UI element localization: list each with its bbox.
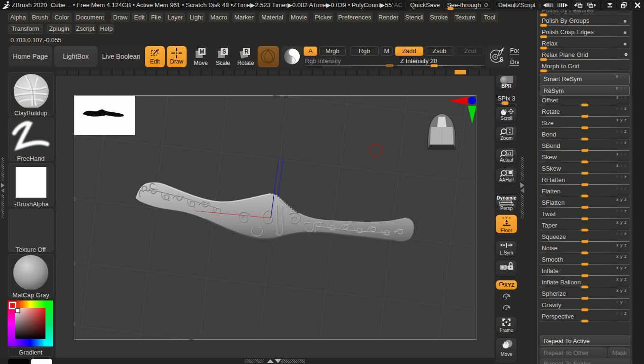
- svg-text:M: M: [200, 48, 205, 55]
- svg-text:y: y: [505, 295, 508, 300]
- svg-text:x1: x1: [507, 151, 512, 156]
- svg-text:R: R: [244, 48, 249, 55]
- svg-text:S: S: [222, 48, 226, 55]
- svg-text:S: S: [500, 56, 503, 63]
- svg-text:z: z: [505, 306, 508, 311]
